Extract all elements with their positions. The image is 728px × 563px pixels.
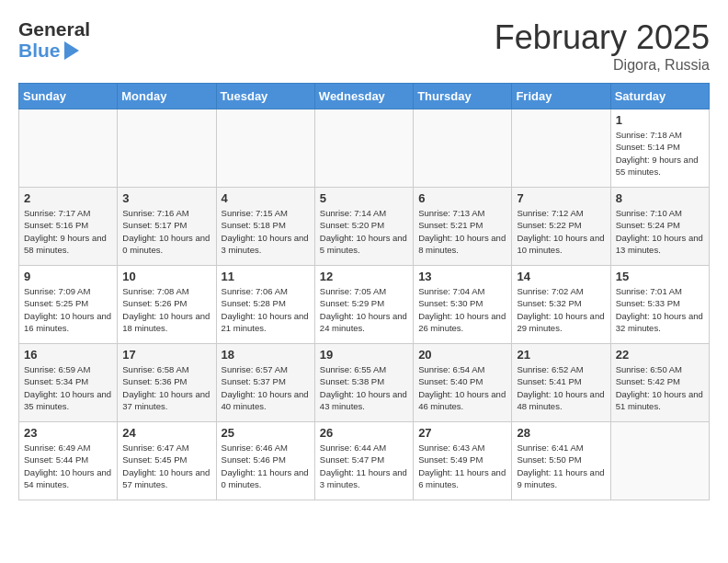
col-header-monday: Monday <box>118 84 216 109</box>
logo-general: General <box>18 18 90 40</box>
calendar-cell <box>610 422 709 500</box>
col-header-thursday: Thursday <box>414 84 512 109</box>
calendar-week-0: 1Sunrise: 7:18 AM Sunset: 5:14 PM Daylig… <box>19 109 710 188</box>
day-info: Sunrise: 6:58 AM Sunset: 5:36 PM Dayligh… <box>122 363 210 412</box>
day-info: Sunrise: 6:41 AM Sunset: 5:50 PM Dayligh… <box>517 442 605 490</box>
calendar-cell: 6Sunrise: 7:13 AM Sunset: 5:21 PM Daylig… <box>414 188 512 266</box>
day-number: 24 <box>122 426 210 440</box>
calendar-table: SundayMondayTuesdayWednesdayThursdayFrid… <box>18 83 710 500</box>
calendar-cell: 15Sunrise: 7:01 AM Sunset: 5:33 PM Dayli… <box>610 266 709 344</box>
day-number: 23 <box>24 426 112 440</box>
calendar-cell: 22Sunrise: 6:50 AM Sunset: 5:42 PM Dayli… <box>610 344 709 422</box>
day-info: Sunrise: 7:04 AM Sunset: 5:30 PM Dayligh… <box>418 285 506 334</box>
day-number: 27 <box>418 426 506 440</box>
day-info: Sunrise: 7:16 AM Sunset: 5:17 PM Dayligh… <box>122 207 210 256</box>
day-info: Sunrise: 6:52 AM Sunset: 5:41 PM Dayligh… <box>517 363 605 412</box>
col-header-friday: Friday <box>512 84 610 109</box>
day-number: 7 <box>517 191 605 205</box>
calendar-cell: 1Sunrise: 7:18 AM Sunset: 5:14 PM Daylig… <box>610 109 709 188</box>
day-info: Sunrise: 6:54 AM Sunset: 5:40 PM Dayligh… <box>418 363 506 412</box>
calendar-cell <box>19 109 118 188</box>
day-info: Sunrise: 7:13 AM Sunset: 5:21 PM Dayligh… <box>418 207 506 256</box>
day-info: Sunrise: 7:09 AM Sunset: 5:25 PM Dayligh… <box>24 285 112 334</box>
calendar-cell <box>118 109 216 188</box>
day-info: Sunrise: 7:06 AM Sunset: 5:28 PM Dayligh… <box>222 285 310 334</box>
day-info: Sunrise: 7:15 AM Sunset: 5:18 PM Dayligh… <box>222 207 310 256</box>
day-info: Sunrise: 7:18 AM Sunset: 5:14 PM Dayligh… <box>616 129 704 178</box>
day-number: 9 <box>24 270 112 283</box>
day-info: Sunrise: 6:49 AM Sunset: 5:44 PM Dayligh… <box>24 442 112 490</box>
calendar-cell: 19Sunrise: 6:55 AM Sunset: 5:38 PM Dayli… <box>314 344 413 422</box>
day-number: 1 <box>616 113 704 127</box>
day-number: 14 <box>517 270 605 283</box>
page-header: General Blue February 2025 Digora, Russi… <box>18 18 710 74</box>
calendar-cell: 24Sunrise: 6:47 AM Sunset: 5:45 PM Dayli… <box>118 422 216 500</box>
day-number: 8 <box>616 191 704 205</box>
calendar-cell: 5Sunrise: 7:14 AM Sunset: 5:20 PM Daylig… <box>314 188 413 266</box>
day-info: Sunrise: 6:50 AM Sunset: 5:42 PM Dayligh… <box>616 363 704 412</box>
calendar-cell: 8Sunrise: 7:10 AM Sunset: 5:24 PM Daylig… <box>610 188 709 266</box>
day-info: Sunrise: 7:10 AM Sunset: 5:24 PM Dayligh… <box>616 207 704 256</box>
day-info: Sunrise: 7:01 AM Sunset: 5:33 PM Dayligh… <box>616 285 704 334</box>
calendar-cell: 2Sunrise: 7:17 AM Sunset: 5:16 PM Daylig… <box>19 188 118 266</box>
title-block: February 2025 Digora, Russia <box>495 18 710 74</box>
day-info: Sunrise: 6:47 AM Sunset: 5:45 PM Dayligh… <box>122 442 210 490</box>
col-header-saturday: Saturday <box>610 84 709 109</box>
calendar-cell: 9Sunrise: 7:09 AM Sunset: 5:25 PM Daylig… <box>19 266 118 344</box>
day-info: Sunrise: 6:44 AM Sunset: 5:47 PM Dayligh… <box>320 442 408 490</box>
calendar-cell: 14Sunrise: 7:02 AM Sunset: 5:32 PM Dayli… <box>512 266 610 344</box>
calendar-header-row: SundayMondayTuesdayWednesdayThursdayFrid… <box>19 84 710 109</box>
calendar-cell: 11Sunrise: 7:06 AM Sunset: 5:28 PM Dayli… <box>216 266 314 344</box>
location: Digora, Russia <box>495 57 710 74</box>
col-header-wednesday: Wednesday <box>314 84 413 109</box>
day-number: 21 <box>517 348 605 362</box>
col-header-tuesday: Tuesday <box>216 84 314 109</box>
day-number: 11 <box>222 270 310 283</box>
calendar-cell: 16Sunrise: 6:59 AM Sunset: 5:34 PM Dayli… <box>19 344 118 422</box>
calendar-cell <box>512 109 610 188</box>
day-number: 18 <box>222 348 310 362</box>
logo-arrow-icon <box>64 41 79 60</box>
day-info: Sunrise: 6:59 AM Sunset: 5:34 PM Dayligh… <box>24 363 112 412</box>
day-number: 17 <box>122 348 210 362</box>
day-number: 2 <box>24 191 112 205</box>
day-info: Sunrise: 6:43 AM Sunset: 5:49 PM Dayligh… <box>418 442 506 490</box>
calendar-cell: 3Sunrise: 7:16 AM Sunset: 5:17 PM Daylig… <box>118 188 216 266</box>
day-info: Sunrise: 7:08 AM Sunset: 5:26 PM Dayligh… <box>122 285 210 334</box>
day-number: 19 <box>320 348 408 362</box>
calendar-cell <box>414 109 512 188</box>
calendar-week-2: 9Sunrise: 7:09 AM Sunset: 5:25 PM Daylig… <box>19 266 710 344</box>
calendar-cell: 21Sunrise: 6:52 AM Sunset: 5:41 PM Dayli… <box>512 344 610 422</box>
calendar-cell: 20Sunrise: 6:54 AM Sunset: 5:40 PM Dayli… <box>414 344 512 422</box>
calendar-cell: 18Sunrise: 6:57 AM Sunset: 5:37 PM Dayli… <box>216 344 314 422</box>
calendar-cell: 23Sunrise: 6:49 AM Sunset: 5:44 PM Dayli… <box>19 422 118 500</box>
calendar-week-4: 23Sunrise: 6:49 AM Sunset: 5:44 PM Dayli… <box>19 422 710 500</box>
calendar-cell: 25Sunrise: 6:46 AM Sunset: 5:46 PM Dayli… <box>216 422 314 500</box>
day-number: 3 <box>122 191 210 205</box>
day-info: Sunrise: 7:14 AM Sunset: 5:20 PM Dayligh… <box>320 207 408 256</box>
calendar-cell: 10Sunrise: 7:08 AM Sunset: 5:26 PM Dayli… <box>118 266 216 344</box>
calendar-cell: 13Sunrise: 7:04 AM Sunset: 5:30 PM Dayli… <box>414 266 512 344</box>
day-info: Sunrise: 7:05 AM Sunset: 5:29 PM Dayligh… <box>320 285 408 334</box>
day-number: 28 <box>517 426 605 440</box>
calendar-cell: 7Sunrise: 7:12 AM Sunset: 5:22 PM Daylig… <box>512 188 610 266</box>
day-number: 6 <box>418 191 506 205</box>
logo-blue: Blue <box>18 40 61 61</box>
day-number: 5 <box>320 191 408 205</box>
calendar-cell: 17Sunrise: 6:58 AM Sunset: 5:36 PM Dayli… <box>118 344 216 422</box>
day-number: 20 <box>418 348 506 362</box>
day-number: 25 <box>222 426 310 440</box>
day-info: Sunrise: 6:55 AM Sunset: 5:38 PM Dayligh… <box>320 363 408 412</box>
calendar-cell <box>314 109 413 188</box>
day-number: 13 <box>418 270 506 283</box>
day-info: Sunrise: 7:12 AM Sunset: 5:22 PM Dayligh… <box>517 207 605 256</box>
day-number: 16 <box>24 348 112 362</box>
col-header-sunday: Sunday <box>19 84 118 109</box>
calendar-week-3: 16Sunrise: 6:59 AM Sunset: 5:34 PM Dayli… <box>19 344 710 422</box>
calendar-cell: 28Sunrise: 6:41 AM Sunset: 5:50 PM Dayli… <box>512 422 610 500</box>
calendar-cell: 27Sunrise: 6:43 AM Sunset: 5:49 PM Dayli… <box>414 422 512 500</box>
calendar-week-1: 2Sunrise: 7:17 AM Sunset: 5:16 PM Daylig… <box>19 188 710 266</box>
day-info: Sunrise: 6:46 AM Sunset: 5:46 PM Dayligh… <box>222 442 310 490</box>
day-info: Sunrise: 7:17 AM Sunset: 5:16 PM Dayligh… <box>24 207 112 256</box>
day-number: 12 <box>320 270 408 283</box>
